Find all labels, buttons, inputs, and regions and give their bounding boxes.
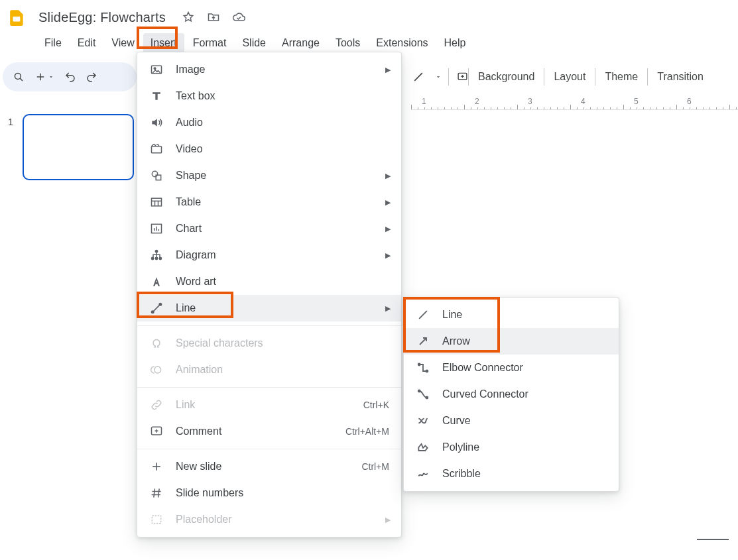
svg-point-44 bbox=[418, 390, 420, 392]
line-tool-icon[interactable] bbox=[408, 70, 428, 84]
menu-item-textbox[interactable]: Text box bbox=[137, 83, 401, 109]
svg-rect-39 bbox=[152, 516, 160, 524]
menu-format[interactable]: Format bbox=[186, 33, 234, 53]
svg-point-10 bbox=[154, 68, 156, 70]
menu-label: Image bbox=[176, 64, 389, 76]
menubar: File Edit View Insert Format Slide Arran… bbox=[8, 29, 738, 53]
menu-label: Comment bbox=[176, 425, 334, 437]
menu-item-special-characters: Special characters bbox=[137, 330, 401, 357]
submenu-label: Curve bbox=[442, 415, 471, 427]
omega-icon bbox=[149, 336, 164, 351]
horizontal-ruler: 1 2 3 4 5 6 bbox=[411, 95, 738, 110]
slides-logo[interactable] bbox=[8, 5, 27, 29]
submenu-item-elbow[interactable]: Elbow Connector bbox=[404, 355, 619, 381]
menu-help[interactable]: Help bbox=[437, 33, 473, 53]
placeholder-icon bbox=[149, 512, 164, 527]
menu-item-animation: Animation bbox=[137, 357, 401, 383]
submenu-item-curve[interactable]: Curve bbox=[404, 408, 619, 434]
menu-item-slide-numbers[interactable]: Slide numbers bbox=[137, 480, 401, 506]
curved-connector-icon bbox=[416, 387, 430, 402]
image-icon bbox=[149, 62, 164, 77]
menu-extensions[interactable]: Extensions bbox=[369, 33, 435, 53]
new-slide-icon[interactable] bbox=[33, 70, 56, 84]
line-icon bbox=[416, 308, 430, 322]
toolbar-layout[interactable]: Layout bbox=[544, 68, 595, 85]
menu-label: Diagram bbox=[176, 249, 389, 261]
polyline-icon bbox=[416, 440, 430, 455]
comment-icon bbox=[149, 424, 164, 439]
chevron-right-icon: ▶ bbox=[385, 66, 391, 74]
menu-label: Audio bbox=[176, 117, 389, 129]
svg-rect-14 bbox=[152, 198, 162, 206]
menu-label: Link bbox=[176, 399, 351, 411]
submenu-item-curved[interactable]: Curved Connector bbox=[404, 381, 619, 408]
comment-tool-icon[interactable] bbox=[448, 68, 468, 85]
star-icon[interactable] bbox=[182, 11, 195, 24]
document-title[interactable]: SlideEgg: Flowcharts bbox=[36, 9, 168, 27]
search-icon[interactable] bbox=[12, 70, 25, 84]
menu-shortcut: Ctrl+Alt+M bbox=[345, 426, 389, 437]
svg-point-25 bbox=[159, 257, 161, 259]
submenu-item-arrow[interactable]: Arrow bbox=[404, 328, 619, 355]
chevron-right-icon: ▶ bbox=[385, 172, 391, 180]
toolbar-background[interactable]: Background bbox=[468, 68, 544, 85]
diagram-icon bbox=[149, 248, 164, 262]
svg-point-29 bbox=[154, 366, 161, 373]
slide-panel: 1 bbox=[0, 110, 139, 560]
menu-label: Text box bbox=[176, 90, 389, 102]
menu-item-chart[interactable]: Chart ▶ bbox=[137, 215, 401, 242]
menu-item-comment[interactable]: Comment Ctrl+Alt+M bbox=[137, 418, 401, 445]
toolbar-transition[interactable]: Transition bbox=[647, 68, 713, 85]
svg-point-24 bbox=[155, 257, 157, 259]
decorative-line bbox=[697, 539, 729, 540]
scribble-icon bbox=[416, 467, 430, 481]
svg-point-22 bbox=[155, 251, 157, 252]
menu-tools[interactable]: Tools bbox=[328, 33, 367, 53]
svg-line-5 bbox=[414, 73, 422, 81]
menu-label: Placeholder bbox=[176, 514, 389, 526]
menu-item-wordart[interactable]: Word art bbox=[137, 268, 401, 295]
toolbar-theme[interactable]: Theme bbox=[595, 68, 647, 85]
svg-line-35 bbox=[154, 488, 155, 497]
curve-icon bbox=[416, 414, 430, 428]
svg-line-36 bbox=[158, 488, 160, 497]
menu-item-new-slide[interactable]: New slide Ctrl+M bbox=[137, 453, 401, 480]
move-folder-icon[interactable] bbox=[207, 11, 220, 24]
insert-menu-dropdown: Image ▶ Text box Audio Video Shape ▶ Tab… bbox=[137, 52, 402, 537]
menu-item-shape[interactable]: Shape ▶ bbox=[137, 162, 401, 189]
menu-item-audio[interactable]: Audio bbox=[137, 109, 401, 136]
svg-point-28 bbox=[159, 304, 161, 306]
undo-icon[interactable] bbox=[64, 70, 77, 84]
menu-item-line[interactable]: Line ▶ bbox=[137, 295, 401, 321]
submenu-item-polyline[interactable]: Polyline bbox=[404, 434, 619, 461]
svg-point-1 bbox=[15, 73, 21, 79]
redo-icon[interactable] bbox=[85, 70, 98, 84]
svg-line-40 bbox=[419, 311, 427, 319]
menu-label: Video bbox=[176, 143, 389, 155]
menu-item-diagram[interactable]: Diagram ▶ bbox=[137, 242, 401, 268]
svg-rect-0 bbox=[13, 17, 21, 22]
svg-point-43 bbox=[426, 370, 428, 372]
menu-arrange[interactable]: Arrange bbox=[275, 33, 327, 53]
submenu-label: Scribble bbox=[442, 468, 481, 480]
line-submenu: Line Arrow Elbow Connector Curved Connec… bbox=[403, 297, 619, 492]
cloud-status-icon[interactable] bbox=[232, 11, 245, 24]
animation-icon bbox=[149, 363, 164, 377]
menu-slide[interactable]: Slide bbox=[235, 33, 273, 53]
slide-thumbnail-1[interactable] bbox=[23, 114, 134, 180]
menu-edit[interactable]: Edit bbox=[70, 33, 103, 53]
menu-item-video[interactable]: Video bbox=[137, 136, 401, 162]
submenu-label: Elbow Connector bbox=[442, 362, 523, 374]
chevron-right-icon: ▶ bbox=[385, 304, 391, 313]
menu-item-table[interactable]: Table ▶ bbox=[137, 189, 401, 215]
menu-insert[interactable]: Insert bbox=[143, 33, 184, 53]
submenu-label: Curved Connector bbox=[442, 388, 528, 400]
submenu-item-scribble[interactable]: Scribble bbox=[404, 461, 619, 487]
line-icon bbox=[149, 301, 164, 315]
menu-item-image[interactable]: Image ▶ bbox=[137, 56, 401, 83]
menu-label: Table bbox=[176, 196, 389, 208]
menu-file[interactable]: File bbox=[37, 33, 69, 53]
submenu-item-line[interactable]: Line bbox=[404, 302, 619, 328]
menu-view[interactable]: View bbox=[104, 33, 141, 53]
line-tool-dropdown-icon[interactable] bbox=[428, 74, 448, 80]
